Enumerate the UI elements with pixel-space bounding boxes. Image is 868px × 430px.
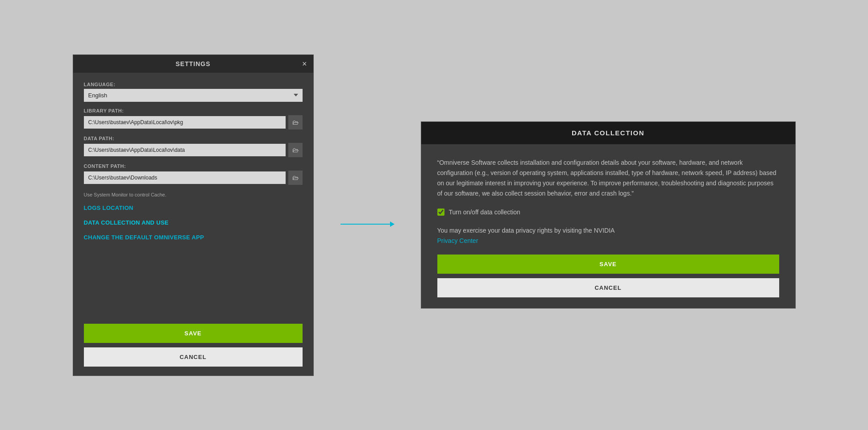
data-collection-checkbox-label[interactable]: Turn on/off data collection <box>449 209 520 216</box>
settings-body: LANGUAGE: EnglishFrenchGermanSpanishJapa… <box>73 73 313 324</box>
data-path-input[interactable] <box>84 144 286 156</box>
close-button[interactable]: × <box>302 60 307 68</box>
settings-titlebar: SETTINGS × <box>73 55 313 73</box>
content-path-input[interactable] <box>84 171 286 184</box>
library-path-label: LIBRARY PATH: <box>84 108 303 113</box>
folder-icon: 🗁 <box>292 119 299 126</box>
content-path-label: CONTENT PATH: <box>84 163 303 169</box>
library-path-field-group: LIBRARY PATH: 🗁 <box>84 108 303 129</box>
arrow-line <box>341 224 394 225</box>
data-path-folder-button[interactable]: 🗁 <box>288 143 303 157</box>
data-cancel-button[interactable]: CANCEL <box>437 278 779 297</box>
content-path-folder-button[interactable]: 🗁 <box>288 171 303 185</box>
language-label: LANGUAGE: <box>84 82 303 87</box>
library-path-folder-button[interactable]: 🗁 <box>288 115 303 129</box>
data-collection-footer: SAVE CANCEL <box>421 255 795 308</box>
folder-icon: 🗁 <box>292 146 299 154</box>
arrow-indicator <box>341 224 394 225</box>
privacy-center-link[interactable]: Privacy Center <box>437 237 478 244</box>
data-collection-dialog: DATA COLLECTION “Omniverse Software coll… <box>421 121 796 309</box>
data-path-input-row: 🗁 <box>84 143 303 157</box>
data-save-button[interactable]: SAVE <box>437 255 779 274</box>
data-collection-body: “Omniverse Software collects installatio… <box>421 144 795 255</box>
settings-save-button[interactable]: SAVE <box>84 324 303 343</box>
language-select[interactable]: EnglishFrenchGermanSpanishJapaneseChines… <box>84 89 303 102</box>
settings-cancel-button[interactable]: CANCEL <box>84 347 303 367</box>
library-path-input[interactable] <box>84 116 286 129</box>
language-field-group: LANGUAGE: EnglishFrenchGermanSpanishJapa… <box>84 82 303 102</box>
logs-location-link[interactable]: LOGS LOCATION <box>84 204 303 212</box>
settings-footer: SAVE CANCEL <box>73 324 313 376</box>
data-collection-titlebar: DATA COLLECTION <box>421 122 795 144</box>
data-collection-title: DATA COLLECTION <box>572 129 644 137</box>
folder-icon: 🗁 <box>292 174 299 181</box>
settings-dialog: SETTINGS × LANGUAGE: EnglishFrenchGerman… <box>73 54 314 376</box>
data-path-field-group: DATA PATH: 🗁 <box>84 136 303 157</box>
data-collection-checkbox[interactable] <box>437 209 444 216</box>
library-path-input-row: 🗁 <box>84 115 303 129</box>
data-collection-checkbox-row: Turn on/off data collection <box>437 209 779 216</box>
privacy-text: You may exercise your data privacy right… <box>437 225 779 246</box>
change-default-app-link[interactable]: CHANGE THE DEFAULT OMNIVERSE APP <box>84 233 303 242</box>
data-collection-description: “Omniverse Software collects installatio… <box>437 158 779 199</box>
data-path-label: DATA PATH: <box>84 136 303 141</box>
privacy-static-text: You may exercise your data privacy right… <box>437 227 615 234</box>
data-collection-link[interactable]: DATA COLLECTION AND USE <box>84 218 303 227</box>
settings-title: SETTINGS <box>175 60 210 67</box>
cache-hint: Use System Monitor to control Cache. <box>84 192 303 197</box>
content-path-field-group: CONTENT PATH: 🗁 <box>84 163 303 185</box>
content-path-input-row: 🗁 <box>84 171 303 185</box>
